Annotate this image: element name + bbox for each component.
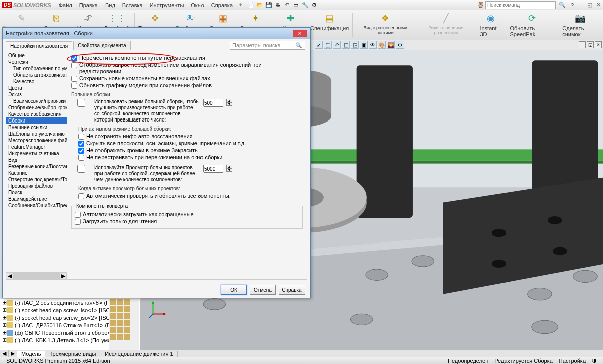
menu-tools[interactable]: Инструменты xyxy=(146,1,188,9)
zoom-area-icon[interactable]: ⬚ xyxy=(324,41,332,49)
nav-item[interactable]: Отображение/выбор кромк xyxy=(6,104,67,111)
nav-item[interactable]: Внешние ссылки xyxy=(6,124,67,131)
menu-edit[interactable]: Правка xyxy=(76,1,102,9)
nav-item[interactable]: Цвета xyxy=(6,85,67,91)
command-search[interactable]: 🦉 🔍 ? — ◱ ✕ xyxy=(477,1,603,9)
mdi-restore-icon[interactable]: ◱ xyxy=(587,41,594,48)
ribbon-explode-sketch[interactable]: ╱Эскиз с линиями разнесения xyxy=(417,11,475,39)
spin-down-icon[interactable]: ▼ xyxy=(226,102,232,106)
prev-view-icon[interactable]: ↶ xyxy=(333,41,341,49)
nav-item[interactable]: Чертежи xyxy=(6,59,67,65)
chk-large-asm[interactable] xyxy=(71,99,91,107)
open-icon[interactable]: 📂 xyxy=(256,1,264,9)
ribbon-bom[interactable]: ▤Спецификация xyxy=(310,11,349,39)
print-icon[interactable]: 🖶 xyxy=(274,1,282,9)
nav-item[interactable]: Тип отображения по умо xyxy=(6,65,67,72)
appearance-icon[interactable]: 🎨 xyxy=(378,41,386,49)
cancel-button[interactable]: Отмена xyxy=(250,285,276,295)
view-settings-icon[interactable]: ⚙ xyxy=(396,41,404,49)
restore-icon[interactable]: ◱ xyxy=(585,2,594,8)
nav-item[interactable]: Резервные копии/Восстан xyxy=(6,163,67,170)
close-icon[interactable]: ✕ xyxy=(594,2,603,8)
spin-up-icon[interactable]: ▲ xyxy=(226,165,232,168)
nav-item[interactable]: Взаимосвязи/привязки xyxy=(6,98,67,104)
nav-item[interactable]: Касание xyxy=(6,170,67,176)
spin-down-icon[interactable]: ▼ xyxy=(226,168,232,172)
nav-item[interactable]: Шаблоны по умолчанию xyxy=(6,131,67,137)
view-orient-icon[interactable]: ◳ xyxy=(351,41,359,49)
tab-motion[interactable]: Исследование движения 1 xyxy=(100,351,177,357)
menu-insert[interactable]: Вставка xyxy=(119,1,146,9)
nav-item[interactable]: FeatureManager xyxy=(6,144,67,150)
chk-auto-update[interactable] xyxy=(78,193,84,199)
nav-item[interactable]: Общие xyxy=(6,52,67,59)
chk-move-drag[interactable] xyxy=(71,55,77,61)
rebuild-icon[interactable]: 🔧 xyxy=(301,1,309,9)
command-search-input[interactable] xyxy=(485,1,556,9)
chk-large-design[interactable] xyxy=(71,165,91,173)
chk-align-prompt[interactable] xyxy=(71,62,77,68)
tab-model[interactable]: Модель xyxy=(17,351,45,357)
menu-help[interactable]: Справка xyxy=(208,1,236,9)
mdi-close-icon[interactable]: ✕ xyxy=(595,41,602,48)
select-icon[interactable]: ▭ xyxy=(292,1,300,9)
chk-no-rebuild[interactable] xyxy=(78,155,84,161)
nav-item[interactable]: Область штриховки/запо xyxy=(6,72,67,78)
menu-window[interactable]: Окно xyxy=(187,1,208,9)
spin-up-icon[interactable]: ▲ xyxy=(226,99,232,102)
ribbon-exploded[interactable]: ❖Вид с разнесенными частями xyxy=(356,11,415,39)
new-icon[interactable]: 📄 xyxy=(247,1,255,9)
nav-item[interactable]: Месторасположение файло xyxy=(6,137,67,144)
nav-item[interactable]: Вид xyxy=(6,157,67,163)
nav-item[interactable]: Качество изображения xyxy=(6,111,67,117)
nav-item[interactable]: Сообщения/Ошибки/Преду xyxy=(6,202,67,209)
chk-update-graphics[interactable] xyxy=(71,83,77,89)
chk-save-external[interactable] xyxy=(71,76,77,82)
hide-show-icon[interactable]: 👁 xyxy=(369,41,377,49)
nav-item[interactable]: Проводник файлов xyxy=(6,183,67,189)
display-pane[interactable] xyxy=(109,299,139,350)
nav-item[interactable]: Инкременты счетчика xyxy=(6,150,67,157)
zoom-fit-icon[interactable]: ⤢ xyxy=(315,41,323,49)
ok-button[interactable]: ОК xyxy=(221,285,247,295)
ribbon-snapshot[interactable]: 📷Сделать снимок xyxy=(559,11,601,39)
ribbon-speedpak[interactable]: ⟳Обновить SpeedPak xyxy=(507,11,557,39)
undo-icon[interactable]: ↶ xyxy=(283,1,291,9)
chk-no-autorecover[interactable] xyxy=(78,134,84,140)
display-style-icon[interactable]: ▣ xyxy=(360,41,368,49)
mdi-min-icon[interactable]: — xyxy=(579,41,586,48)
nav-item[interactable]: Эскиз xyxy=(6,91,67,98)
options-search[interactable]: Параметры поиска 🔍 xyxy=(230,41,305,50)
chk-hide-all[interactable] xyxy=(78,141,84,147)
nav-item[interactable]: Качество xyxy=(6,78,67,85)
chk-env-readonly[interactable] xyxy=(75,219,81,225)
ribbon-instant3d[interactable]: ◉Instant 3D xyxy=(477,11,505,39)
help-icon[interactable]: ? xyxy=(569,2,576,8)
menu-file[interactable]: Файл xyxy=(55,1,76,9)
chk-env-lightweight[interactable] xyxy=(75,212,81,218)
options-icon[interactable]: ⚙ xyxy=(310,1,318,9)
large-design-threshold[interactable] xyxy=(203,165,223,173)
search-icon[interactable]: 🔍 xyxy=(295,42,303,49)
chk-no-edges[interactable] xyxy=(78,148,84,154)
nav-item[interactable]: Сборки xyxy=(6,117,67,124)
min-icon[interactable]: — xyxy=(576,2,585,8)
save-icon[interactable]: 💾 xyxy=(265,1,273,9)
section-icon[interactable]: ◫ xyxy=(342,41,350,49)
tab-3dviews[interactable]: Трехмерные виды xyxy=(45,351,100,357)
nav-item[interactable]: Поиск xyxy=(6,189,67,196)
tab-doc-props[interactable]: Свойства документа xyxy=(73,41,130,50)
status-custom[interactable]: Настройка xyxy=(556,358,589,364)
search-icon[interactable]: 🔍 xyxy=(556,2,569,8)
large-asm-threshold[interactable] xyxy=(203,99,223,107)
status-unit-icon[interactable]: ◑ xyxy=(589,357,600,364)
dialog-close-icon[interactable]: ✕ xyxy=(293,30,307,37)
dialog-titlebar[interactable]: Настройки пользователя - Сборки ✕ xyxy=(3,28,310,39)
tab-user-settings[interactable]: Настройки пользователя xyxy=(6,41,72,50)
nav-item[interactable]: Отверстие под крепеж/Tool xyxy=(6,176,67,183)
menu-view[interactable]: Вид xyxy=(102,1,119,9)
options-nav[interactable]: ОбщиеЧертежиТип отображения по умоОбласт… xyxy=(6,51,67,279)
help-button[interactable]: Справка xyxy=(279,285,305,295)
nav-item[interactable]: Взаимодействие xyxy=(6,196,67,202)
scene-icon[interactable]: 🌄 xyxy=(387,41,395,49)
